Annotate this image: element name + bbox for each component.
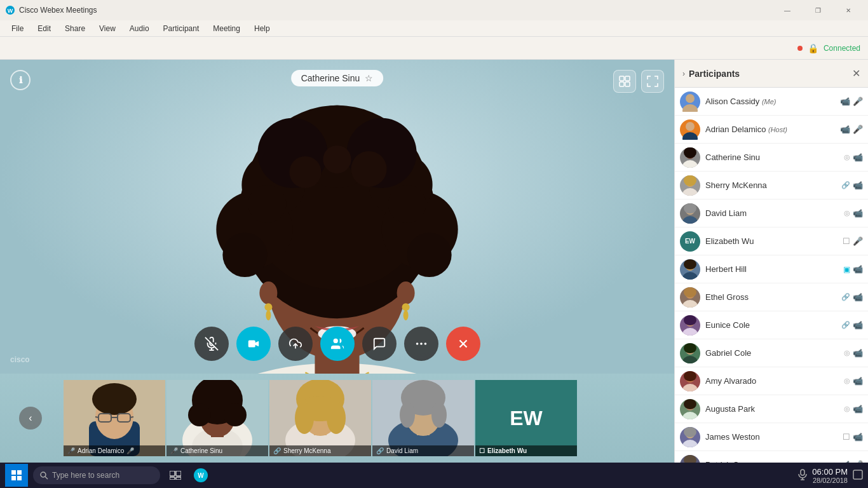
participant-alison[interactable]: Alison Cassidy (Me) 📹 🎤 xyxy=(675,88,868,116)
icons-herbert: ▣ 📹 xyxy=(843,264,863,274)
lock-icon: 🔒 xyxy=(808,43,818,53)
name-catherine: Catherine Sinu xyxy=(705,152,839,162)
mute-button[interactable] xyxy=(194,327,229,361)
mic-status-eunice: 🔗 xyxy=(841,321,850,329)
mic-status-ethel: 🔗 xyxy=(841,293,850,301)
participant-augusta[interactable]: Augusta Park ◎ 📹 xyxy=(675,395,868,423)
svg-point-108 xyxy=(684,315,696,325)
taskbar-webex-app[interactable]: W xyxy=(191,465,211,485)
thumb-mic-icon3: 🔗 xyxy=(273,447,281,454)
name-james: James Weston xyxy=(705,432,837,442)
icons-gabriel: ◎ 📹 xyxy=(844,348,863,358)
svg-point-99 xyxy=(684,203,696,214)
participant-adrian[interactable]: Adrian Delamico (Host) 📹 🎤 xyxy=(675,116,868,144)
svg-text:cisco: cisco xyxy=(10,355,30,364)
taskbar-right: 06:00 PM 28/02/2018 xyxy=(798,467,863,484)
info-button[interactable]: ℹ xyxy=(10,70,31,90)
svg-rect-138 xyxy=(170,477,175,480)
close-button[interactable]: ✕ xyxy=(834,0,863,20)
taskbar: Type here to search W xyxy=(0,463,868,488)
participant-patrick[interactable]: Patrick Cooper ◎ 📹 🎤 xyxy=(675,451,868,463)
name-augusta: Augusta Park xyxy=(705,404,839,414)
participant-david[interactable]: David Liam ◎ 📹 xyxy=(675,200,868,227)
menu-bar: File Edit Share View Audio Participant M… xyxy=(0,20,868,37)
participant-ethel[interactable]: Ethel Gross 🔗 📹 xyxy=(675,283,868,311)
thumbnail-sherry[interactable]: 🔗 Sherry McKenna xyxy=(269,380,371,456)
svg-point-58 xyxy=(92,383,137,415)
restore-button[interactable]: ❐ xyxy=(803,0,832,20)
video-icon-herbert: 📹 xyxy=(853,264,863,274)
end-call-button[interactable] xyxy=(446,327,480,361)
svg-point-134 xyxy=(41,472,46,477)
thumbnail-catherine[interactable]: 🎤 Catherine Sinu xyxy=(166,380,268,456)
menu-file[interactable]: File xyxy=(5,23,30,34)
name-adrian: Adrian Delamico (Host) xyxy=(705,125,835,134)
svg-point-123 xyxy=(684,455,696,463)
connection-dot xyxy=(797,46,803,51)
participant-sherry[interactable]: Sherry McKenna 🔗 📹 xyxy=(675,172,868,200)
video-icon-david: 📹 xyxy=(853,208,863,218)
fullscreen-button[interactable] xyxy=(641,70,664,93)
thumb-name-david: David Liam xyxy=(386,447,418,454)
menu-audio[interactable]: Audio xyxy=(123,23,156,34)
avatar-eunice xyxy=(680,315,700,336)
participant-amy[interactable]: Amy Alvarado ◎ 📹 xyxy=(675,367,868,395)
svg-point-98 xyxy=(682,216,698,224)
svg-point-29 xyxy=(248,185,286,223)
video-icon-gabriel: 📹 xyxy=(853,348,863,358)
info-icon: ℹ xyxy=(19,75,22,85)
search-placeholder: Type here to search xyxy=(52,471,119,480)
participant-catherine[interactable]: Catherine Sinu ◎ 📹 xyxy=(675,144,868,172)
participant-elizabeth[interactable]: EW Elizabeth Wu ☐ 🎤 xyxy=(675,227,868,255)
thumbnail-elizabeth[interactable]: EW ☐ Elizabeth Wu xyxy=(475,380,577,456)
scroll-left-button[interactable]: ‹ xyxy=(19,407,42,430)
chat-button[interactable] xyxy=(362,327,397,361)
webex-taskbar-icon: W xyxy=(193,468,208,483)
ew-initials: EW xyxy=(510,407,543,430)
pin-icon[interactable]: ☆ xyxy=(365,73,373,83)
participant-herbert[interactable]: Herbert Hill ▣ 📹 xyxy=(675,255,868,283)
layout-icon xyxy=(619,76,630,87)
menu-view[interactable]: View xyxy=(93,23,122,34)
thumbnail-adrian[interactable]: 🎤 Adrian Delamico 🎤 xyxy=(64,380,165,456)
menu-participant[interactable]: Participant xyxy=(157,23,206,34)
participants-button[interactable] xyxy=(320,327,355,361)
mic-icon-adrian: 🎤 xyxy=(853,125,863,134)
participants-panel: › Participants ✕ Alison Cassidy (Me) 📹 🎤 xyxy=(674,60,868,463)
participant-eunice[interactable]: Eunice Cole 🔗 📹 xyxy=(675,311,868,339)
participants-icon xyxy=(330,337,344,351)
svg-point-87 xyxy=(686,94,695,103)
layout-button[interactable] xyxy=(613,70,636,93)
participant-james[interactable]: James Weston ☐ 📹 xyxy=(675,423,868,451)
main-content: ℹ Catherine Sinu ☆ xyxy=(0,60,868,463)
participant-gabriel[interactable]: Gabriel Cole ◎ 📹 xyxy=(675,339,868,367)
minimize-button[interactable]: — xyxy=(773,0,802,20)
svg-rect-42 xyxy=(620,82,624,86)
icons-ethel: 🔗 📹 xyxy=(841,292,863,302)
name-ethel: Ethel Gross xyxy=(705,292,836,302)
video-button[interactable] xyxy=(236,327,271,361)
start-button[interactable] xyxy=(5,464,28,487)
menu-meeting[interactable]: Meeting xyxy=(207,23,247,34)
menu-help[interactable]: Help xyxy=(248,23,276,34)
menu-share[interactable]: Share xyxy=(58,23,92,34)
svg-point-34 xyxy=(397,281,415,304)
svg-point-37 xyxy=(266,310,271,320)
mic-status-amy: ◎ xyxy=(844,377,850,385)
svg-point-92 xyxy=(682,160,698,168)
taskbar-taskview[interactable] xyxy=(165,465,186,485)
svg-point-114 xyxy=(684,371,696,381)
thumbnail-label-catherine: 🎤 Catherine Sinu xyxy=(166,445,268,456)
avatar-james xyxy=(680,427,700,447)
share-button[interactable] xyxy=(278,327,313,361)
mic-status-catherine: ◎ xyxy=(844,153,850,161)
menu-edit[interactable]: Edit xyxy=(31,23,57,34)
svg-text:W: W xyxy=(8,8,13,14)
avatar-augusta xyxy=(680,399,700,419)
more-button[interactable] xyxy=(404,327,438,361)
taskbar-notification[interactable] xyxy=(853,470,863,481)
taskbar-search[interactable]: Type here to search xyxy=(33,466,160,484)
panel-close-button[interactable]: ✕ xyxy=(852,67,860,79)
thumbnail-label-sherry: 🔗 Sherry McKenna xyxy=(269,445,371,456)
thumbnail-david[interactable]: 🔗 David Liam xyxy=(372,380,474,456)
